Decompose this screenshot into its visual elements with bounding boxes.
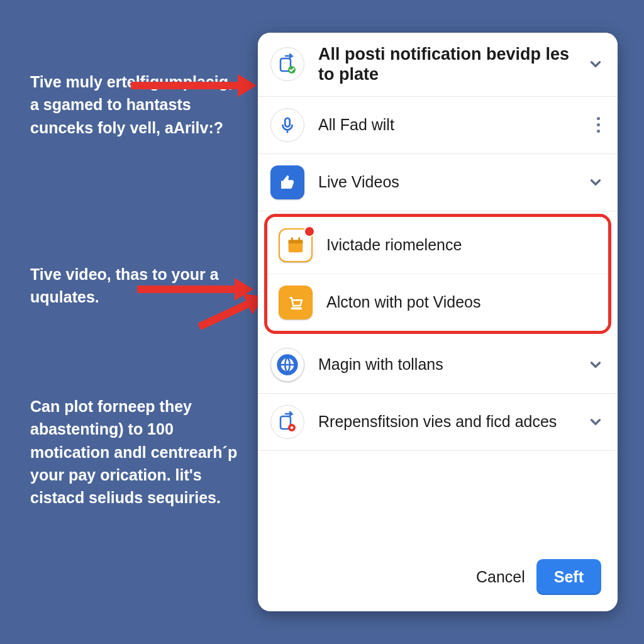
globe-icon <box>270 348 304 382</box>
svg-rect-7 <box>291 307 303 309</box>
chevron-down-icon <box>587 56 604 72</box>
primary-action-button[interactable]: Seft <box>536 559 601 595</box>
chevron-down-icon <box>587 414 604 430</box>
caption-1: Tive muly ertelfigumplacig, a sgamed to … <box>30 70 238 139</box>
svg-rect-2 <box>285 118 290 127</box>
row-label: All Fad wilt <box>318 116 583 134</box>
panel-footer: Cancel Seft <box>258 545 618 611</box>
share-target-icon <box>270 405 304 439</box>
row-label: Ivictade riomelence <box>326 236 594 254</box>
notification-badge-icon <box>304 226 315 237</box>
mic-icon <box>270 108 304 142</box>
row-rrepensfitsion[interactable]: Rrepensfitsion vies and ficd adces <box>258 394 618 451</box>
row-magin-tollans[interactable]: Magin with tollans <box>258 336 618 394</box>
calendar-icon <box>279 228 313 262</box>
row-label: All posti notification bevidp les to pla… <box>318 44 574 85</box>
row-label: Magin with tollans <box>318 355 574 374</box>
caption-3: Can plot forneep they abastenting) to 10… <box>30 395 238 509</box>
svg-rect-5 <box>291 237 293 242</box>
chevron-down-icon <box>587 357 604 373</box>
highlighted-rows: Ivictade riomelence Alcton with pot Vide… <box>264 214 611 334</box>
row-ivictade[interactable]: Ivictade riomelence <box>267 217 608 274</box>
chevron-down-icon <box>587 174 604 191</box>
cart-icon <box>279 286 313 319</box>
row-label: Live Videos <box>318 173 574 191</box>
notification-share-icon <box>270 47 304 81</box>
row-label: Rrepensfitsion vies and ficd adces <box>318 413 574 431</box>
row-alcton-videos[interactable]: Alcton with pot Videos <box>267 274 608 331</box>
svg-point-13 <box>291 426 294 429</box>
cancel-button[interactable]: Cancel <box>476 568 525 586</box>
more-options-icon[interactable] <box>597 117 604 133</box>
row-live-videos[interactable]: Live Videos <box>258 154 618 211</box>
row-all-post-notification[interactable]: All posti notification bevidp les to pla… <box>258 33 618 97</box>
svg-rect-6 <box>298 237 300 242</box>
row-all-fad-wilt[interactable]: All Fad wilt <box>258 97 618 154</box>
svg-rect-4 <box>289 240 303 243</box>
row-label: Alcton with pot Videos <box>326 293 594 311</box>
thumbs-up-icon <box>270 165 304 199</box>
settings-panel: All posti notification bevidp les to pla… <box>258 33 618 611</box>
